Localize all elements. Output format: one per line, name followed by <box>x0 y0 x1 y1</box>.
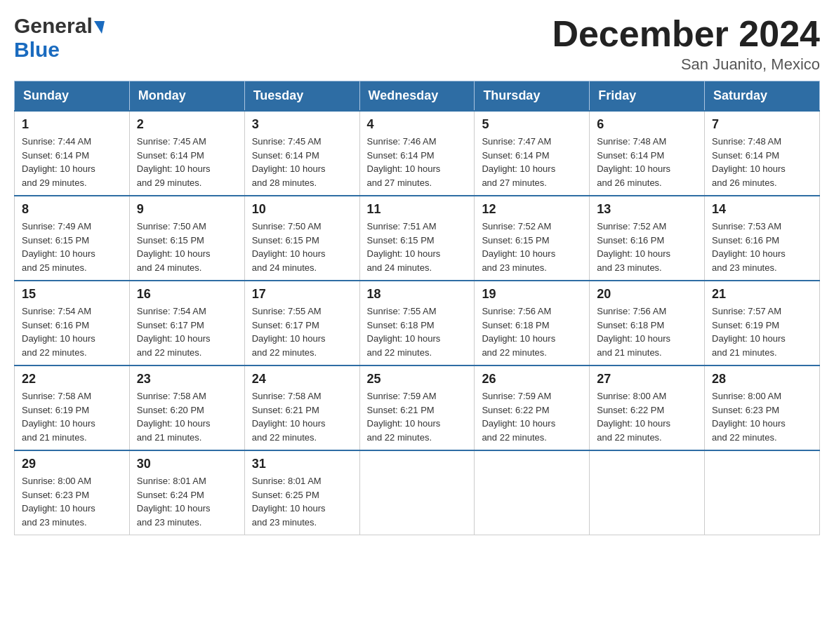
calendar-cell: 15Sunrise: 7:54 AMSunset: 6:16 PMDayligh… <box>15 281 130 365</box>
day-info: Sunrise: 7:54 AMSunset: 6:16 PMDaylight:… <box>22 304 122 359</box>
day-number: 15 <box>22 287 122 302</box>
day-number: 5 <box>482 117 582 132</box>
calendar-cell: 18Sunrise: 7:55 AMSunset: 6:18 PMDayligh… <box>359 281 475 365</box>
day-info: Sunrise: 7:58 AMSunset: 6:19 PMDaylight:… <box>22 389 122 444</box>
calendar-cell: 22Sunrise: 7:58 AMSunset: 6:19 PMDayligh… <box>15 365 130 450</box>
day-number: 23 <box>137 372 237 387</box>
day-info: Sunrise: 8:00 AMSunset: 6:22 PMDaylight:… <box>597 389 697 444</box>
calendar-cell: 4Sunrise: 7:46 AMSunset: 6:14 PMDaylight… <box>359 111 475 196</box>
day-info: Sunrise: 8:01 AMSunset: 6:24 PMDaylight:… <box>137 474 237 529</box>
calendar-week-row: 1Sunrise: 7:44 AMSunset: 6:14 PMDaylight… <box>15 111 820 196</box>
day-info: Sunrise: 7:55 AMSunset: 6:18 PMDaylight:… <box>367 304 468 359</box>
day-info: Sunrise: 7:47 AMSunset: 6:14 PMDaylight:… <box>482 135 582 189</box>
day-info: Sunrise: 7:56 AMSunset: 6:18 PMDaylight:… <box>597 304 697 359</box>
day-number: 4 <box>367 117 468 132</box>
day-number: 30 <box>137 457 237 471</box>
day-number: 13 <box>597 202 697 217</box>
day-info: Sunrise: 8:00 AMSunset: 6:23 PMDaylight:… <box>22 474 122 529</box>
calendar-cell: 19Sunrise: 7:56 AMSunset: 6:18 PMDayligh… <box>475 281 590 365</box>
calendar-header-friday: Friday <box>590 81 705 112</box>
day-info: Sunrise: 7:45 AMSunset: 6:14 PMDaylight:… <box>252 135 352 189</box>
calendar-cell <box>705 450 820 535</box>
calendar-cell <box>590 450 705 535</box>
day-number: 19 <box>482 287 582 302</box>
day-info: Sunrise: 7:49 AMSunset: 6:15 PMDaylight:… <box>22 220 122 274</box>
day-info: Sunrise: 7:50 AMSunset: 6:15 PMDaylight:… <box>137 220 237 274</box>
calendar-cell: 24Sunrise: 7:58 AMSunset: 6:21 PMDayligh… <box>244 365 359 450</box>
calendar-cell: 10Sunrise: 7:50 AMSunset: 6:15 PMDayligh… <box>244 196 359 281</box>
calendar-cell: 13Sunrise: 7:52 AMSunset: 6:16 PMDayligh… <box>590 196 705 281</box>
day-info: Sunrise: 7:57 AMSunset: 6:19 PMDaylight:… <box>712 304 812 359</box>
day-number: 9 <box>137 202 237 217</box>
day-info: Sunrise: 7:46 AMSunset: 6:14 PMDaylight:… <box>367 135 468 189</box>
calendar-cell: 14Sunrise: 7:53 AMSunset: 6:16 PMDayligh… <box>705 196 820 281</box>
calendar-cell: 17Sunrise: 7:55 AMSunset: 6:17 PMDayligh… <box>244 281 359 365</box>
day-info: Sunrise: 7:53 AMSunset: 6:16 PMDaylight:… <box>712 220 812 274</box>
day-info: Sunrise: 7:54 AMSunset: 6:17 PMDaylight:… <box>137 304 237 359</box>
calendar-cell: 3Sunrise: 7:45 AMSunset: 6:14 PMDaylight… <box>244 111 359 196</box>
day-number: 21 <box>712 287 812 302</box>
day-number: 7 <box>712 117 812 132</box>
calendar-header-wednesday: Wednesday <box>359 81 475 112</box>
day-number: 17 <box>252 287 352 302</box>
calendar-header-saturday: Saturday <box>705 81 820 112</box>
logo-block: General <box>14 14 105 38</box>
day-info: Sunrise: 7:58 AMSunset: 6:21 PMDaylight:… <box>252 389 352 444</box>
day-info: Sunrise: 7:58 AMSunset: 6:20 PMDaylight:… <box>137 389 237 444</box>
calendar-cell: 1Sunrise: 7:44 AMSunset: 6:14 PMDaylight… <box>15 111 130 196</box>
day-info: Sunrise: 7:55 AMSunset: 6:17 PMDaylight:… <box>252 304 352 359</box>
calendar-cell: 16Sunrise: 7:54 AMSunset: 6:17 PMDayligh… <box>129 281 244 365</box>
calendar-cell: 11Sunrise: 7:51 AMSunset: 6:15 PMDayligh… <box>359 196 475 281</box>
calendar-header-thursday: Thursday <box>475 81 590 112</box>
day-number: 18 <box>367 287 468 302</box>
day-number: 10 <box>252 202 352 217</box>
calendar-header-tuesday: Tuesday <box>244 81 359 112</box>
day-number: 20 <box>597 287 697 302</box>
day-number: 27 <box>597 372 697 387</box>
day-info: Sunrise: 7:56 AMSunset: 6:18 PMDaylight:… <box>482 304 582 359</box>
calendar-week-row: 29Sunrise: 8:00 AMSunset: 6:23 PMDayligh… <box>15 450 820 535</box>
day-number: 31 <box>252 457 352 471</box>
calendar-cell: 12Sunrise: 7:52 AMSunset: 6:15 PMDayligh… <box>475 196 590 281</box>
calendar-header-row: SundayMondayTuesdayWednesdayThursdayFrid… <box>15 81 820 112</box>
location: San Juanito, Mexico <box>552 55 820 74</box>
calendar-header-sunday: Sunday <box>15 81 130 112</box>
day-number: 28 <box>712 372 812 387</box>
calendar-week-row: 15Sunrise: 7:54 AMSunset: 6:16 PMDayligh… <box>15 281 820 365</box>
day-info: Sunrise: 7:59 AMSunset: 6:22 PMDaylight:… <box>482 389 582 444</box>
calendar-cell: 27Sunrise: 8:00 AMSunset: 6:22 PMDayligh… <box>590 365 705 450</box>
calendar-week-row: 22Sunrise: 7:58 AMSunset: 6:19 PMDayligh… <box>15 365 820 450</box>
day-info: Sunrise: 7:45 AMSunset: 6:14 PMDaylight:… <box>137 135 237 189</box>
calendar-cell: 20Sunrise: 7:56 AMSunset: 6:18 PMDayligh… <box>590 281 705 365</box>
calendar-cell: 30Sunrise: 8:01 AMSunset: 6:24 PMDayligh… <box>129 450 244 535</box>
calendar-cell: 26Sunrise: 7:59 AMSunset: 6:22 PMDayligh… <box>475 365 590 450</box>
day-number: 1 <box>22 117 122 132</box>
title-section: December 2024 San Juanito, Mexico <box>552 14 820 74</box>
day-info: Sunrise: 7:52 AMSunset: 6:16 PMDaylight:… <box>597 220 697 274</box>
calendar-cell: 31Sunrise: 8:01 AMSunset: 6:25 PMDayligh… <box>244 450 359 535</box>
day-number: 22 <box>22 372 122 387</box>
day-info: Sunrise: 7:48 AMSunset: 6:14 PMDaylight:… <box>712 135 812 189</box>
day-number: 24 <box>252 372 352 387</box>
day-number: 8 <box>22 202 122 217</box>
calendar-cell: 23Sunrise: 7:58 AMSunset: 6:20 PMDayligh… <box>129 365 244 450</box>
calendar-cell: 2Sunrise: 7:45 AMSunset: 6:14 PMDaylight… <box>129 111 244 196</box>
day-number: 25 <box>367 372 468 387</box>
logo-blue-text: Blue <box>14 38 60 62</box>
day-number: 6 <box>597 117 697 132</box>
day-info: Sunrise: 7:44 AMSunset: 6:14 PMDaylight:… <box>22 135 122 189</box>
day-info: Sunrise: 8:00 AMSunset: 6:23 PMDaylight:… <box>712 389 812 444</box>
day-number: 26 <box>482 372 582 387</box>
calendar-cell: 7Sunrise: 7:48 AMSunset: 6:14 PMDaylight… <box>705 111 820 196</box>
calendar-cell: 25Sunrise: 7:59 AMSunset: 6:21 PMDayligh… <box>359 365 475 450</box>
calendar-cell: 9Sunrise: 7:50 AMSunset: 6:15 PMDaylight… <box>129 196 244 281</box>
day-info: Sunrise: 7:50 AMSunset: 6:15 PMDaylight:… <box>252 220 352 274</box>
calendar-cell <box>475 450 590 535</box>
day-info: Sunrise: 7:51 AMSunset: 6:15 PMDaylight:… <box>367 220 468 274</box>
calendar-cell: 8Sunrise: 7:49 AMSunset: 6:15 PMDaylight… <box>15 196 130 281</box>
day-number: 2 <box>137 117 237 132</box>
day-number: 12 <box>482 202 582 217</box>
calendar-table: SundayMondayTuesdayWednesdayThursdayFrid… <box>14 81 820 535</box>
day-number: 3 <box>252 117 352 132</box>
logo-arrow-icon <box>94 21 105 34</box>
